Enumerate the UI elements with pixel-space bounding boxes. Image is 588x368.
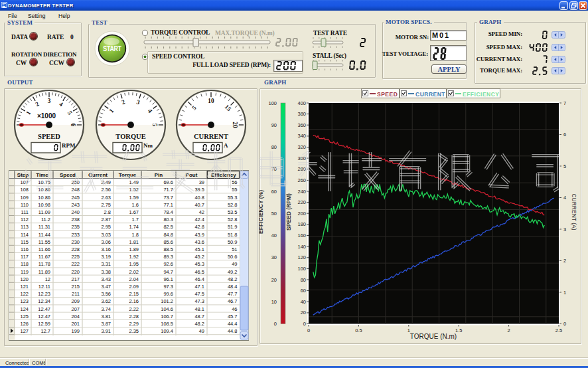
svg-text:300: 300: [297, 155, 306, 161]
svg-text:56: 56: [232, 179, 237, 185]
svg-text:44.8: 44.8: [228, 328, 238, 334]
svg-text:1.8: 1.8: [132, 232, 139, 238]
svg-text:42.8: 42.8: [194, 224, 204, 230]
svg-text:109.4: 109.4: [161, 328, 173, 334]
svg-text:SPEED: SPEED: [38, 133, 60, 140]
svg-text:0.5: 0.5: [355, 327, 362, 333]
svg-text:99.6: 99.6: [163, 291, 173, 297]
svg-text:46.4: 46.4: [194, 276, 204, 282]
svg-text:12.47: 12.47: [38, 314, 50, 320]
svg-text:12.59: 12.59: [38, 321, 50, 327]
svg-text:EFFICIENCY (%): EFFICIENCY (%): [259, 190, 264, 234]
svg-text:45.3: 45.3: [194, 261, 204, 267]
svg-text:45.2: 45.2: [194, 254, 204, 260]
svg-text:228: 228: [71, 246, 80, 252]
svg-text:0: 0: [303, 321, 306, 327]
svg-text:125: 125: [20, 314, 29, 320]
svg-text:51.8: 51.8: [228, 232, 238, 238]
svg-text:Current: Current: [88, 172, 108, 178]
svg-text:5: 5: [151, 124, 158, 127]
svg-text:51.9: 51.9: [228, 224, 238, 230]
svg-text:3.91: 3.91: [101, 328, 111, 334]
svg-text:11.09: 11.09: [38, 209, 50, 215]
svg-text:10.86: 10.86: [38, 195, 50, 201]
svg-text:240: 240: [297, 189, 306, 195]
svg-text:2.63: 2.63: [101, 195, 111, 201]
svg-text:40.7: 40.7: [194, 202, 204, 208]
svg-text:238: 238: [71, 217, 80, 223]
svg-text:3.43: 3.43: [101, 276, 111, 282]
svg-text:Pout: Pout: [186, 172, 198, 178]
svg-text:122: 122: [20, 291, 29, 297]
svg-text:11.55: 11.55: [38, 239, 50, 245]
svg-text:47.7: 47.7: [228, 291, 238, 297]
svg-text:11.89: 11.89: [38, 269, 50, 275]
svg-text:2: 2: [563, 258, 566, 264]
svg-text:2.04: 2.04: [129, 276, 139, 282]
svg-text:96.1: 96.1: [163, 276, 173, 282]
svg-text:TORQUE (N.m): TORQUE (N.m): [410, 333, 457, 340]
svg-text:48.2: 48.2: [228, 276, 238, 282]
svg-text:11.66: 11.66: [38, 246, 50, 252]
svg-text:11.2: 11.2: [41, 217, 50, 223]
svg-text:94.7: 94.7: [163, 269, 173, 275]
svg-text:48.7: 48.7: [194, 314, 204, 320]
svg-text:43.9: 43.9: [194, 232, 204, 238]
svg-text:1.49: 1.49: [129, 179, 139, 185]
svg-text:82.5: 82.5: [163, 224, 173, 230]
svg-text:106.7: 106.7: [161, 314, 173, 320]
svg-text:2.49: 2.49: [101, 179, 111, 185]
svg-text:0: 0: [307, 327, 310, 333]
svg-text:217: 217: [71, 276, 80, 282]
svg-text:10: 10: [208, 98, 214, 104]
svg-text:89.3: 89.3: [163, 254, 173, 260]
svg-text:4: 4: [563, 195, 566, 201]
svg-text:127: 127: [20, 328, 29, 334]
svg-text:3.38: 3.38: [101, 269, 111, 275]
svg-text:49.2: 49.2: [228, 269, 238, 275]
svg-text:48.1: 48.1: [194, 306, 204, 312]
svg-text:52.8: 52.8: [228, 202, 238, 208]
svg-text:360: 360: [297, 122, 306, 128]
svg-text:80: 80: [301, 277, 306, 283]
svg-text:199: 199: [71, 328, 80, 334]
svg-text:12.7: 12.7: [40, 328, 50, 334]
svg-text:250: 250: [71, 179, 80, 185]
svg-text:7: 7: [563, 100, 566, 106]
svg-text:104.6: 104.6: [161, 306, 173, 312]
svg-text:39.5: 39.5: [194, 187, 204, 193]
svg-text:140: 140: [297, 244, 306, 250]
svg-text:113: 113: [21, 224, 29, 230]
svg-text:11.78: 11.78: [38, 261, 50, 267]
svg-text:120: 120: [297, 254, 306, 260]
svg-text:118: 118: [21, 261, 29, 267]
svg-text:320: 320: [297, 144, 306, 150]
svg-text:50.9: 50.9: [228, 239, 238, 245]
svg-text:10: 10: [271, 299, 277, 305]
svg-text:71.7: 71.7: [163, 187, 173, 193]
svg-text:115: 115: [21, 239, 29, 245]
svg-text:6: 6: [70, 124, 76, 127]
svg-text:180: 180: [297, 221, 306, 227]
svg-text:5: 5: [563, 163, 566, 169]
svg-text:90: 90: [271, 122, 277, 128]
svg-text:88.5: 88.5: [163, 246, 173, 252]
svg-text:60: 60: [271, 189, 277, 195]
svg-text:2.09: 2.09: [129, 284, 139, 290]
svg-text:3.16: 3.16: [101, 246, 111, 252]
svg-text:6: 6: [563, 132, 566, 138]
svg-text:12.34: 12.34: [38, 298, 50, 304]
svg-text:235: 235: [71, 224, 80, 230]
svg-text:220: 220: [71, 269, 80, 275]
svg-text:108.5: 108.5: [161, 321, 173, 327]
svg-text:1.6: 1.6: [132, 202, 139, 208]
svg-text:Efficiency: Efficiency: [211, 172, 236, 178]
svg-text:100: 100: [268, 100, 277, 106]
svg-text:233: 233: [71, 232, 80, 238]
svg-text:50.6: 50.6: [228, 254, 238, 260]
svg-text:20: 20: [301, 310, 306, 316]
svg-text:1.81: 1.81: [129, 239, 139, 245]
svg-text:12: 12: [45, 276, 50, 282]
svg-text:2.75: 2.75: [101, 202, 111, 208]
svg-text:1.92: 1.92: [129, 254, 139, 260]
